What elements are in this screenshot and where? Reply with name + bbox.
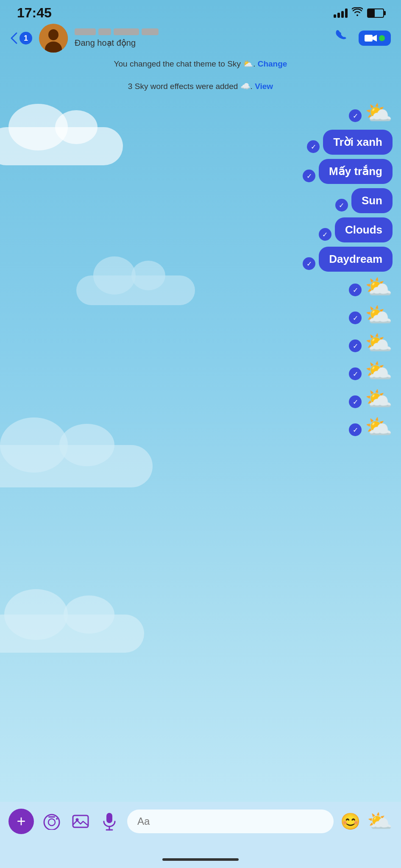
svg-rect-6 xyxy=(48,816,55,818)
message-emoji-6: ⛅ xyxy=(365,388,393,410)
wifi-icon xyxy=(352,7,363,19)
message-input[interactable] xyxy=(127,810,334,833)
system-message-effects: 3 Sky word effects were added ☁️. View xyxy=(0,75,401,98)
emoji-button[interactable]: 😊 xyxy=(340,812,360,831)
svg-point-1 xyxy=(48,29,58,40)
message-bubble-troi-xanh: Trời xanh xyxy=(323,130,393,155)
status-bar: 17:45 xyxy=(0,0,401,23)
change-theme-link[interactable]: Change xyxy=(258,59,287,68)
message-row-emoji-4: ✓ ⛅ xyxy=(8,332,393,354)
read-receipt-icon: ✓ xyxy=(349,312,362,324)
message-row-daydream: ✓ Daydream xyxy=(8,247,393,272)
message-row-emoji-7: ✓ ⛅ xyxy=(8,416,393,438)
message-bubble-clouds: Clouds xyxy=(335,217,393,242)
message-emoji-2: ⛅ xyxy=(365,276,393,298)
read-receipt-icon: ✓ xyxy=(307,140,320,153)
read-receipt-icon: ✓ xyxy=(349,109,362,122)
svg-rect-10 xyxy=(106,813,112,823)
message-emoji-3: ⛅ xyxy=(365,304,393,326)
camera-button[interactable] xyxy=(41,810,63,832)
view-effects-link[interactable]: View xyxy=(255,82,273,91)
read-receipt-icon: ✓ xyxy=(349,339,362,352)
message-row-emoji-5: ✓ ⛅ xyxy=(8,360,393,382)
read-receipt-icon: ✓ xyxy=(319,228,331,241)
system-message-theme: You changed the chat theme to Sky ⛅. Cha… xyxy=(0,53,401,75)
message-row-emoji-3: ✓ ⛅ xyxy=(8,304,393,326)
nav-actions xyxy=(334,28,391,48)
svg-point-5 xyxy=(48,819,55,826)
video-call-button[interactable] xyxy=(359,31,391,46)
message-emoji-1: ⛅ xyxy=(365,102,393,124)
back-button[interactable]: 1 xyxy=(10,32,32,45)
svg-point-7 xyxy=(56,818,58,820)
image-button[interactable] xyxy=(70,810,92,832)
message-bubble-sun: Sun xyxy=(351,188,393,213)
online-indicator xyxy=(379,35,385,41)
avatar[interactable] xyxy=(39,24,68,53)
read-receipt-icon: ✓ xyxy=(303,170,315,182)
bottom-emoji-display: ⛅ xyxy=(367,810,393,833)
message-row-emoji-6: ✓ ⛅ xyxy=(8,388,393,410)
input-bar: + 😊 ⛅ xyxy=(0,802,401,851)
microphone-button[interactable] xyxy=(98,810,120,832)
message-emoji-4: ⛅ xyxy=(365,332,393,354)
svg-rect-3 xyxy=(365,35,373,42)
status-time: 17:45 xyxy=(17,5,52,21)
message-bubble-may-trang: Mấy trắng xyxy=(319,159,393,184)
home-indicator xyxy=(0,851,401,868)
read-receipt-icon: ✓ xyxy=(349,367,362,380)
message-row-emoji-2: ✓ ⛅ xyxy=(8,276,393,298)
read-receipt-icon: ✓ xyxy=(303,257,315,270)
battery-icon xyxy=(367,8,384,18)
contact-info: Đang hoạt động xyxy=(75,28,327,48)
nav-bar: 1 Đang hoạt động xyxy=(0,23,401,53)
message-row-clouds: ✓ Clouds xyxy=(8,217,393,242)
home-bar xyxy=(162,858,239,861)
message-emoji-7: ⛅ xyxy=(365,416,393,438)
read-receipt-icon: ✓ xyxy=(349,423,362,436)
signal-bars-icon xyxy=(334,8,348,18)
add-attachment-button[interactable]: + xyxy=(8,809,34,834)
read-receipt-icon: ✓ xyxy=(349,395,362,408)
message-bubble-daydream: Daydream xyxy=(319,247,393,272)
read-receipt-icon: ✓ xyxy=(335,199,348,211)
contact-status: Đang hoạt động xyxy=(75,38,136,47)
svg-rect-8 xyxy=(73,815,88,827)
message-row-1: ✓ ⛅ xyxy=(8,102,393,124)
message-row-troi-xanh: ✓ Trời xanh xyxy=(8,130,393,155)
message-emoji-5: ⛅ xyxy=(365,360,393,382)
read-receipt-icon: ✓ xyxy=(349,284,362,296)
phone-call-button[interactable] xyxy=(334,28,350,48)
back-badge: 1 xyxy=(19,32,32,45)
message-row-may-trang: ✓ Mấy trắng xyxy=(8,159,393,184)
status-icons xyxy=(334,7,384,19)
message-row-sun: ✓ Sun xyxy=(8,188,393,213)
chat-area: ✓ ⛅ ✓ Trời xanh ✓ Mấy trắng ✓ Sun ✓ Clou xyxy=(0,97,401,802)
